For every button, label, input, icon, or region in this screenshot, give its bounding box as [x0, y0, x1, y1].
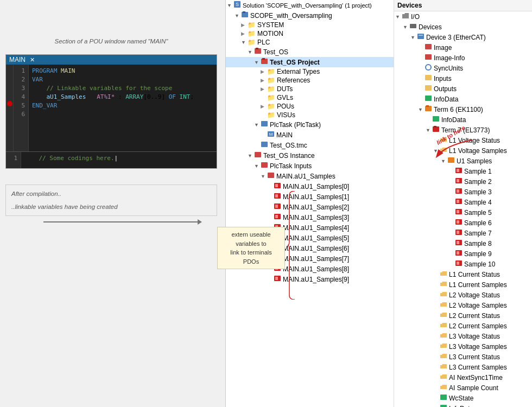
io-item-sample1[interactable]: Sample 1 [394, 166, 532, 176]
io-item-l3-current-status[interactable]: L3 Current Status [394, 352, 532, 362]
io-item-l2-voltage-samples[interactable]: L2 Voltage Samples [394, 300, 532, 310]
expand-duts[interactable]: ▶ [261, 86, 267, 92]
icon-ai-sample-count [440, 383, 447, 392]
tree-item-gvls[interactable]: 📁 GVLs [226, 93, 394, 102]
io-item-io[interactable]: ▼ I/O [394, 11, 532, 22]
io-item-l2-voltage-status[interactable]: L2 Voltage Status [394, 290, 532, 300]
io-item-device3[interactable]: ▼ Device 3 (EtherCAT) [394, 32, 532, 42]
io-item-image-info[interactable]: Image-Info [394, 53, 532, 63]
tree-item-main[interactable]: M MAIN [226, 130, 394, 140]
tree-item-system[interactable]: ▶ 📁 SYSTEM [226, 21, 394, 29]
io-item-l3-voltage-status[interactable]: L3 Voltage Status [394, 331, 532, 341]
io-item-sample5[interactable]: Sample 5 [394, 207, 532, 218]
expand-test-os[interactable]: ▼ [248, 49, 254, 55]
sample-label-7: MAIN.aU1_Samples[7] [283, 255, 349, 263]
tree-item-sample-9[interactable]: MAIN.aU1_Samples[9] [226, 274, 394, 284]
io-item-sample9[interactable]: Sample 9 [394, 249, 532, 259]
io-item-l1-voltage-status[interactable]: L1 Voltage Status [394, 135, 532, 145]
tree-item-pous[interactable]: ▶ 📁 POUs [226, 102, 394, 111]
tree-item-sample-3[interactable]: MAIN.aU1_Samples[3] [226, 212, 394, 222]
tree-item-visus[interactable]: 📁 VISUs [226, 111, 394, 119]
io-item-devices[interactable]: ▼ Devices [394, 22, 532, 32]
tree-item-references[interactable]: ▶ 📁 References [226, 76, 394, 85]
pou-tab-close[interactable]: ✕ [30, 56, 35, 63]
tree-item-sample-0[interactable]: MAIN.aU1_Samples[0] [226, 181, 394, 192]
expand-ext-types[interactable]: ▶ [261, 69, 267, 74]
io-item-term7[interactable]: ▼ Term 7 (EL3773) [394, 125, 532, 135]
expand-term7[interactable]: ▼ [426, 128, 432, 133]
tree-item-plctask-inputs[interactable]: ▼ PlcTask Inputs [226, 161, 394, 171]
expand-io[interactable]: ▼ [395, 14, 402, 20]
expand-l1-voltage-samples[interactable]: ▼ [433, 148, 440, 154]
tree-item-sample-1[interactable]: MAIN.aU1_Samples[1] [226, 192, 394, 202]
io-item-sample8[interactable]: Sample 8 [394, 238, 532, 249]
expand-devices[interactable]: ▼ [403, 24, 409, 30]
io-item-infodata2[interactable]: InfoData [394, 115, 532, 125]
io-item-sample3[interactable]: Sample 3 [394, 187, 532, 197]
expand-test-os-project[interactable]: ▼ [254, 60, 261, 65]
io-item-l3-current-samples[interactable]: L3 Current Samples [394, 362, 532, 372]
pou-tab[interactable]: MAIN ✕ [6, 55, 217, 65]
tree-item-instance[interactable]: ▼ Test_OS Instance [226, 150, 394, 161]
expand-u1-samples[interactable]: ▼ [441, 158, 447, 164]
io-item-l2-current-samples[interactable]: L2 Current Samples [394, 321, 532, 331]
plctask-inputs-label: PlcTask Inputs [270, 162, 312, 170]
io-item-sync-units[interactable]: SyncUnits [394, 63, 532, 73]
io-item-l1-voltage-samples[interactable]: ▼ L1 Voltage Samples [394, 145, 532, 156]
io-item-l2-current-status[interactable]: L2 Current Status [394, 310, 532, 321]
io-item-u1-samples[interactable]: ▼ U1 Samples [394, 156, 532, 166]
expand-plctask[interactable]: ▼ [254, 122, 261, 128]
instance-icon [254, 151, 262, 160]
io-item-sample2[interactable]: Sample 2 [394, 176, 532, 187]
expand-system[interactable]: ▶ [241, 22, 248, 28]
io-item-outputs[interactable]: Outputs [394, 84, 532, 94]
io-item-wcstate[interactable]: WcState [394, 393, 532, 403]
io-item-l3-voltage-samples[interactable]: L3 Voltage Samples [394, 341, 532, 352]
tree-item-tmc[interactable]: Test_OS.tmc [226, 140, 394, 150]
io-item-l1-current-status[interactable]: L1 Current Status [394, 269, 532, 279]
tree-item-sample-2[interactable]: MAIN.aU1_Samples[2] [226, 202, 394, 212]
expand-plctask-inputs[interactable]: ▼ [254, 163, 261, 169]
io-item-infodata3[interactable]: InfoData [394, 403, 532, 407]
expand-au1[interactable]: ▼ [261, 174, 267, 179]
icon-infodata2 [432, 115, 440, 124]
tree-item-ext-types[interactable]: ▶ 📁 External Types [226, 67, 394, 76]
io-item-sample10[interactable]: Sample 10 [394, 259, 532, 269]
io-item-ai-nextsync[interactable]: AI NextSync1Time [394, 372, 532, 383]
tree-item-motion[interactable]: ▶ 📁 MOTION [226, 29, 394, 38]
io-item-sample7[interactable]: Sample 7 [394, 228, 532, 238]
io-item-image[interactable]: Image [394, 42, 532, 53]
label-u1-samples: U1 Samples [457, 157, 492, 165]
left-panel: Section of a POU window named "MAIN" MAI… [0, 0, 223, 407]
expand-references[interactable]: ▶ [261, 78, 267, 83]
tree-item-plc[interactable]: ▼ 📁 PLC [226, 38, 394, 47]
tree-item-au1-samples[interactable]: ▼ MAIN.aU1_Samples [226, 171, 394, 181]
io-item-sample6[interactable]: Sample 6 [394, 218, 532, 228]
io-item-inputs[interactable]: Inputs [394, 73, 532, 84]
tree-item-scope[interactable]: ▼ SCOPE_with_Oversampling [226, 10, 394, 21]
code-lines[interactable]: PROGRAM MAIN VAR // Linkable variables f… [29, 65, 217, 151]
expand-device3[interactable]: ▼ [410, 35, 417, 40]
expand-scope[interactable]: ▼ [235, 13, 241, 18]
expand-solution[interactable]: ▼ [227, 3, 233, 8]
io-item-sample4[interactable]: Sample 4 [394, 197, 532, 207]
tree-item-plctask[interactable]: ▼ PlcTask (PlcTask) [226, 119, 394, 130]
code-lines-2[interactable]: // Some codings here.| [21, 152, 217, 168]
tree-item-test-os[interactable]: ▼ Test_OS [226, 47, 394, 57]
io-item-infodata[interactable]: InfoData [394, 94, 532, 104]
io-tree[interactable]: Devices ▼ I/O ▼ Devices ▼ Device 3 (Ethe… [394, 0, 532, 407]
io-item-term6[interactable]: ▼ Term 6 (EK1100) [394, 104, 532, 115]
expand-pous[interactable]: ▶ [261, 104, 267, 109]
label-term7: Term 7 (EL3773) [441, 126, 490, 134]
expand-instance[interactable]: ▼ [248, 153, 254, 158]
tree-item-duts[interactable]: ▶ 📁 DUTs [226, 85, 394, 93]
expand-term6[interactable]: ▼ [418, 107, 425, 112]
tree-item-test-os-project[interactable]: ▼ Test_OS Project [226, 57, 394, 67]
expand-plc[interactable]: ▼ [241, 40, 248, 45]
io-item-ai-sample-count[interactable]: AI Sample Count [394, 383, 532, 393]
tree-item-solution[interactable]: ▼ S Solution 'SCOPE_with_Oversampling' (… [226, 0, 394, 10]
io-item-l1-current-samples[interactable]: L1 Current Samples [394, 279, 532, 290]
solution-tree[interactable]: ▼ S Solution 'SCOPE_with_Oversampling' (… [226, 0, 394, 407]
icon-term6 [425, 105, 432, 114]
expand-motion[interactable]: ▶ [241, 31, 248, 36]
